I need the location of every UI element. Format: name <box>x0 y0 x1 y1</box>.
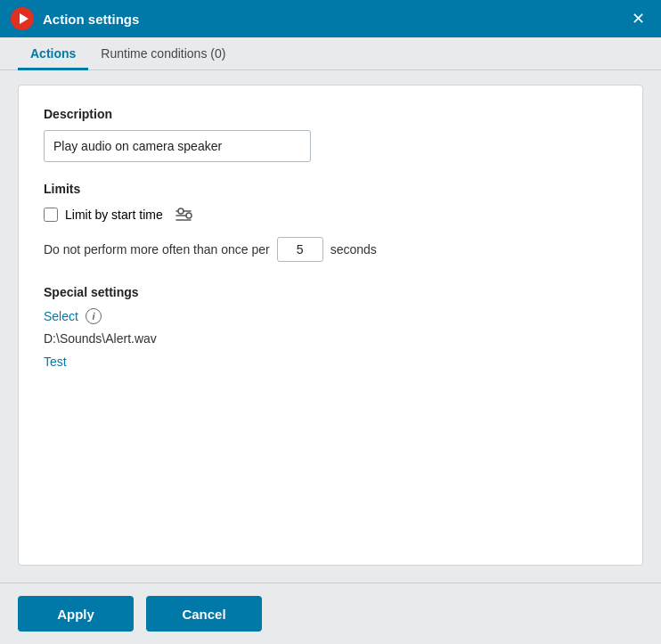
titlebar: Action settings ✕ <box>0 0 661 37</box>
limits-section: Limits Limit by start time <box>44 182 617 262</box>
limit-by-start-time-checkbox[interactable] <box>44 208 58 222</box>
svg-point-5 <box>186 213 192 218</box>
settings-card: Description Limits Limit by start time <box>18 85 643 566</box>
filter-icon <box>174 205 193 224</box>
limits-label: Limits <box>44 182 617 196</box>
file-path-display: D:\Sounds\Alert.wav <box>44 331 617 346</box>
once-per-row: Do not perform more often than once per … <box>44 237 617 262</box>
cancel-button[interactable]: Cancel <box>146 596 262 632</box>
test-link[interactable]: Test <box>44 355 67 369</box>
once-per-label-before: Do not perform more often than once per <box>44 242 270 257</box>
tab-runtime-conditions[interactable]: Runtime conditions (0) <box>88 37 238 70</box>
tab-actions[interactable]: Actions <box>18 37 88 70</box>
content-area: Description Limits Limit by start time <box>0 70 661 583</box>
dialog: Action settings ✕ Actions Runtime condit… <box>0 0 661 644</box>
close-button[interactable]: ✕ <box>625 6 650 31</box>
select-row: Select i <box>44 308 617 324</box>
info-icon[interactable]: i <box>86 308 102 324</box>
once-per-label-after: seconds <box>330 242 377 257</box>
svg-point-6 <box>178 208 184 214</box>
description-label: Description <box>44 107 617 121</box>
limit-by-start-time-row: Limit by start time <box>44 205 617 224</box>
special-settings-section: Special settings Select i D:\Sounds\Aler… <box>44 285 617 369</box>
apply-button[interactable]: Apply <box>18 596 134 632</box>
dialog-title: Action settings <box>43 12 625 27</box>
special-settings-label: Special settings <box>44 285 617 299</box>
once-per-input[interactable] <box>277 237 323 262</box>
tabs-bar: Actions Runtime conditions (0) <box>0 37 661 70</box>
description-input[interactable] <box>44 130 311 162</box>
footer: Apply Cancel <box>0 583 661 644</box>
select-link[interactable]: Select <box>44 309 78 323</box>
app-logo-icon <box>11 7 34 30</box>
limit-by-start-time-label: Limit by start time <box>65 208 163 222</box>
